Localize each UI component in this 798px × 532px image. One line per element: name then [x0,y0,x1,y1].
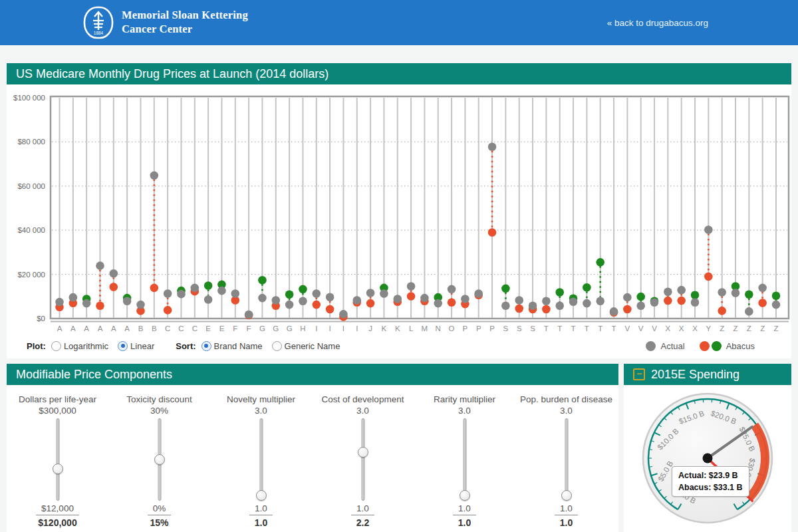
slider-knob[interactable] [358,447,368,458]
actual-dot[interactable] [110,269,118,278]
abacus-dot[interactable] [677,297,686,305]
msk-logo[interactable]: 1884 [83,6,114,39]
slider-knob[interactable] [53,464,63,474]
actual-dot[interactable] [529,301,537,310]
slider-knob[interactable] [460,490,470,501]
abacus-dot[interactable] [326,305,334,314]
slider-track[interactable] [361,418,364,501]
actual-dot[interactable] [55,298,64,307]
abacus-dot[interactable] [285,291,294,299]
slider-knob[interactable] [256,490,267,501]
slider-track[interactable] [463,418,466,501]
actual-dot[interactable] [339,310,348,319]
actual-dot[interactable] [434,299,442,308]
abacus-dot[interactable] [110,283,118,291]
abacus-dot[interactable] [636,293,645,301]
actual-dot[interactable] [569,297,578,306]
abacus-dot[interactable] [664,297,672,305]
abacus-dot[interactable] [542,305,551,314]
abacus-dot[interactable] [164,306,172,315]
abacus-dot[interactable] [704,273,713,281]
abacus-dot[interactable] [312,301,321,309]
actual-dot[interactable] [758,284,767,293]
actual-dot[interactable] [420,294,429,303]
actual-dot[interactable] [623,293,632,302]
actual-dot[interactable] [96,261,104,270]
actual-dot[interactable] [136,301,145,309]
sort-option-brand-name[interactable]: Brand Name [201,341,263,351]
abacus-dot[interactable] [691,291,700,300]
actual-dot[interactable] [82,299,91,308]
radio-generic-name[interactable] [272,341,282,351]
actual-dot[interactable] [583,299,591,308]
actual-dot[interactable] [164,289,172,298]
collapse-icon[interactable]: − [633,368,645,380]
abacus-dot[interactable] [204,281,213,290]
actual-dot[interactable] [542,297,551,305]
abacus-dot[interactable] [366,299,375,308]
abacus-dot[interactable] [555,288,564,297]
actual-dot[interactable] [150,172,159,180]
actual-dot[interactable] [448,285,456,294]
slider-track[interactable] [259,418,263,501]
actual-dot[interactable] [488,142,497,151]
actual-dot[interactable] [380,289,388,298]
abacus-dot[interactable] [583,283,591,292]
abacus-dot[interactable] [758,299,767,307]
actual-dot[interactable] [191,284,200,293]
abacus-dot[interactable] [596,258,604,267]
abacus-dot[interactable] [96,301,104,310]
radio-brand-name[interactable] [201,341,211,351]
actual-dot[interactable] [407,282,416,291]
back-to-drugabacus-link[interactable]: « back to drugabacus.org [607,18,708,28]
actual-dot[interactable] [177,290,186,299]
actual-dot[interactable] [691,298,700,307]
abacus-dot[interactable] [407,292,416,301]
actual-dot[interactable] [217,287,226,295]
slider-track[interactable] [56,418,59,501]
actual-dot[interactable] [555,301,564,310]
actual-dot[interactable] [718,288,726,297]
abacus-dot[interactable] [299,285,307,294]
sort-option-generic-name[interactable]: Generic Name [272,341,340,351]
abacus-dot[interactable] [745,291,753,299]
actual-dot[interactable] [271,296,280,305]
actual-dot[interactable] [745,307,753,316]
actual-dot[interactable] [501,301,510,310]
slider-knob[interactable] [561,490,572,501]
actual-dot[interactable] [393,295,402,303]
actual-dot[interactable] [772,301,781,309]
actual-dot[interactable] [596,297,604,305]
abacus-dot[interactable] [515,305,523,313]
slider-knob[interactable] [154,454,165,465]
abacus-dot[interactable] [772,292,781,301]
plot-option-logarithmic[interactable]: Logarithmic [51,341,108,351]
abacus-dot[interactable] [488,228,497,237]
actual-dot[interactable] [474,289,483,298]
actual-dot[interactable] [299,297,307,305]
actual-dot[interactable] [704,225,713,234]
abacus-dot[interactable] [718,307,726,315]
actual-dot[interactable] [352,296,361,305]
actual-dot[interactable] [366,289,375,297]
actual-dot[interactable] [326,293,334,301]
abacus-dot[interactable] [623,305,632,314]
actual-dot[interactable] [69,293,78,302]
slider-track[interactable] [565,418,568,501]
radio-linear[interactable] [118,341,128,351]
actual-dot[interactable] [258,294,267,303]
actual-dot[interactable] [204,295,213,304]
actual-dot[interactable] [123,297,132,305]
actual-dot[interactable] [312,289,321,298]
actual-dot[interactable] [285,301,294,309]
abacus-dot[interactable] [150,284,159,293]
abacus-dot[interactable] [258,276,267,285]
actual-dot[interactable] [650,298,659,307]
actual-dot[interactable] [245,311,253,319]
actual-dot[interactable] [732,289,740,297]
actual-dot[interactable] [231,289,239,298]
plot-option-linear[interactable]: Linear [118,341,154,351]
actual-dot[interactable] [636,301,645,310]
actual-dot[interactable] [461,295,469,303]
actual-dot[interactable] [664,288,672,297]
